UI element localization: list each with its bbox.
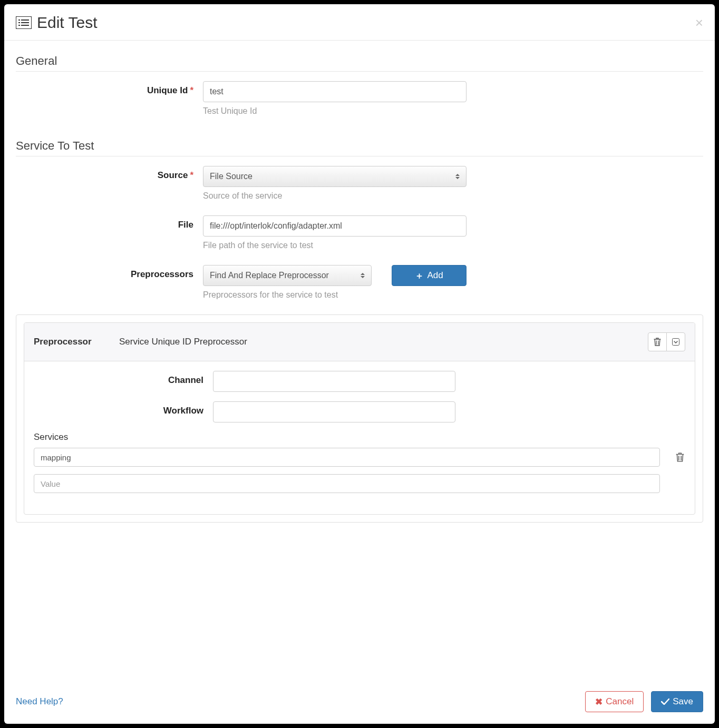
modal-footer: Need Help? ✖ Cancel Save — [4, 676, 715, 724]
modal-title: Edit Test — [37, 14, 695, 32]
unique-id-input[interactable] — [203, 81, 467, 102]
chevron-updown-icon — [361, 273, 365, 278]
source-help: Source of the service — [203, 191, 703, 201]
required-marker: * — [190, 170, 193, 180]
field-source: Source* File Source Source of the servic… — [16, 166, 703, 201]
field-workflow: Workflow — [34, 401, 685, 422]
preprocessor-actions — [648, 332, 685, 351]
preprocessors-container: Preprocessor Service Unique ID Preproces… — [16, 314, 703, 523]
check-icon — [661, 699, 669, 705]
save-button[interactable]: Save — [651, 691, 703, 712]
channel-input[interactable] — [213, 371, 455, 392]
required-marker: * — [190, 85, 193, 95]
file-input[interactable] — [203, 215, 467, 237]
preprocessors-select-value: Find And Replace Preprocessor — [210, 271, 329, 280]
trash-icon — [654, 338, 661, 346]
preprocessor-header-subtitle: Service Unique ID Preprocessor — [119, 337, 648, 347]
preprocessor-header-title: Preprocessor — [34, 337, 119, 347]
chevron-updown-icon — [455, 174, 460, 179]
add-label: Add — [427, 270, 443, 281]
field-file: File File path of the service to test — [16, 215, 703, 250]
preprocessor-card-header: Preprocessor Service Unique ID Preproces… — [24, 323, 695, 361]
close-icon[interactable]: × — [695, 16, 703, 29]
unique-id-label: Unique Id* — [16, 81, 203, 116]
cancel-button[interactable]: ✖ Cancel — [585, 691, 644, 712]
add-preprocessor-button[interactable]: ＋ Add — [392, 265, 467, 286]
field-channel: Channel — [34, 371, 685, 392]
field-unique-id: Unique Id* Test Unique Id — [16, 81, 703, 116]
modal-header: Edit Test × — [4, 4, 715, 41]
edit-test-modal: Edit Test × General Unique Id* Test Uniq… — [4, 4, 715, 724]
services-label: Services — [34, 432, 685, 442]
service-input[interactable] — [34, 474, 660, 493]
svg-rect-7 — [673, 339, 679, 346]
close-icon: ✖ — [595, 696, 603, 707]
unique-id-help: Test Unique Id — [203, 106, 703, 116]
preprocessors-help: Preprocessors for the service to test — [203, 290, 703, 300]
modal-body: General Unique Id* Test Unique Id Servic… — [4, 41, 715, 676]
workflow-input[interactable] — [213, 401, 455, 422]
service-row — [34, 448, 685, 467]
preprocessors-select[interactable]: Find And Replace Preprocessor — [203, 265, 372, 286]
trash-icon[interactable] — [676, 452, 684, 462]
section-service-title: Service To Test — [16, 131, 703, 156]
section-general-title: General — [16, 46, 703, 72]
preprocessor-card-body: Channel Workflow — [24, 361, 695, 514]
plus-icon: ＋ — [415, 270, 424, 282]
source-select-value: File Source — [210, 172, 252, 181]
preprocessor-card: Preprocessor Service Unique ID Preproces… — [24, 322, 695, 515]
source-label: Source* — [16, 166, 203, 201]
field-preprocessors: Preprocessors Find And Replace Preproces… — [16, 265, 703, 300]
workflow-label: Workflow — [34, 401, 213, 422]
chevron-down-box-icon — [672, 338, 679, 346]
preprocessors-label: Preprocessors — [16, 265, 203, 300]
channel-label: Channel — [34, 371, 213, 392]
service-row — [34, 474, 685, 493]
list-icon — [16, 16, 32, 29]
collapse-preprocessor-button[interactable] — [666, 332, 685, 351]
services-block: Services — [34, 432, 685, 493]
cancel-label: Cancel — [606, 696, 634, 707]
delete-preprocessor-button[interactable] — [648, 332, 667, 351]
save-label: Save — [673, 696, 693, 707]
source-select[interactable]: File Source — [203, 166, 467, 187]
service-input[interactable] — [34, 448, 660, 467]
file-help: File path of the service to test — [203, 241, 703, 250]
file-label: File — [16, 215, 203, 250]
need-help-link[interactable]: Need Help? — [16, 696, 585, 707]
